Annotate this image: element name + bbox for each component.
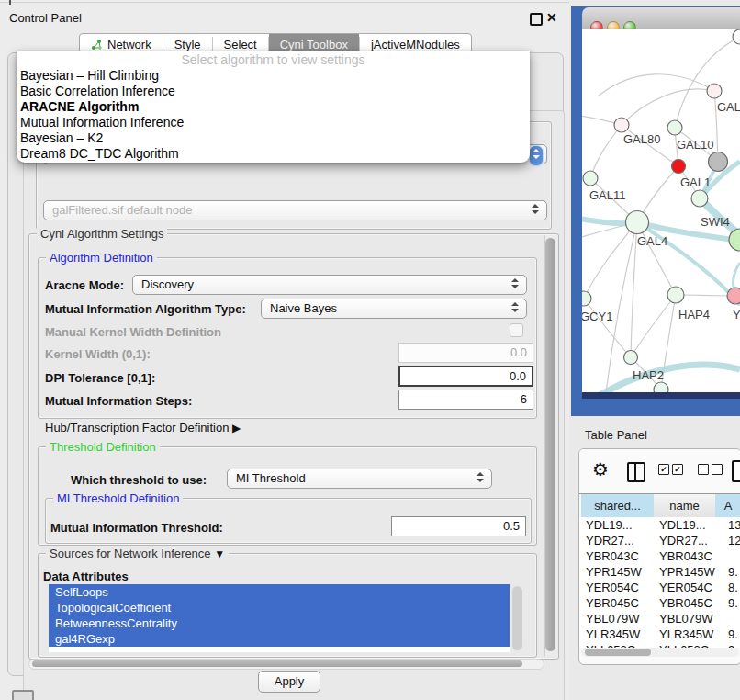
table-row[interactable]: YPR145WYPR145W9.	[579, 564, 740, 580]
table-cell: 13	[728, 517, 740, 533]
network-edge[interactable]	[631, 295, 676, 357]
network-edge[interactable]	[622, 89, 714, 125]
network-node[interactable]	[709, 152, 728, 172]
data-attributes-list[interactable]: SelfLoopsTopologicalCoefficientBetweenne…	[49, 584, 510, 652]
table-cell: YBR043C	[659, 548, 722, 564]
network-node-swi4[interactable]	[691, 190, 708, 207]
close-icon[interactable]: ✕	[546, 10, 557, 25]
network-node-gcy1[interactable]	[582, 291, 591, 306]
spinner-icon[interactable]	[532, 204, 541, 214]
unchecked-columns-icon[interactable]	[698, 464, 725, 475]
table-cell: YER054C	[659, 580, 722, 595]
expand-right-icon[interactable]: ▶	[232, 422, 241, 435]
mi-type-select[interactable]: Naive Bayes	[261, 299, 527, 319]
which-threshold-label: Which threshold to use:	[71, 473, 207, 487]
network-edge[interactable]	[599, 74, 714, 96]
table-cell: YBL079W	[659, 611, 722, 627]
table-row[interactable]: YLR345WYLR345W9.	[579, 627, 740, 642]
table-row[interactable]: YBL079WYBL079W	[579, 611, 740, 627]
attribute-item-selfloops[interactable]: SelfLoops	[49, 584, 510, 600]
float-window-icon[interactable]	[530, 13, 543, 26]
table-cell: YBR045C	[659, 595, 722, 611]
tab-label: Select	[224, 38, 257, 51]
settings-gear-icon[interactable]: ⚙	[592, 458, 609, 480]
network-node-y[interactable]	[727, 288, 740, 304]
kernel-width-field[interactable]: 0.0	[398, 343, 533, 363]
mi-steps-field[interactable]: 6	[398, 390, 533, 410]
network-node[interactable]	[654, 382, 668, 392]
algorithm-option-bayesian-hill-climbing[interactable]: Bayesian – Hill Climbing	[17, 68, 530, 84]
column-header-shared[interactable]: shared...	[581, 494, 655, 517]
checked-columns-icon[interactable]: ✓✓	[658, 464, 686, 475]
table-row[interactable]: YBR045CYBR045C9.	[579, 595, 740, 611]
network-node-gal1[interactable]	[672, 160, 686, 174]
network-canvas[interactable]: GALGAL80GAL10GAL1GAL11SWI4GAL4GCY1HAP4YH…	[582, 29, 740, 392]
table-header: shared...nameA	[579, 493, 740, 518]
settings-hscroll-track[interactable]	[28, 659, 544, 670]
network-node-hap2[interactable]	[624, 351, 638, 365]
network-node-gal10[interactable]	[667, 120, 682, 135]
settings-vscroll-thumb[interactable]	[545, 238, 555, 651]
network-edge[interactable]	[590, 125, 622, 178]
network-node[interactable]	[733, 29, 740, 44]
mi-steps-label: Mutual Information Steps:	[45, 394, 192, 408]
aracne-mode-select[interactable]: Discovery	[132, 275, 527, 295]
dpi-tolerance-field[interactable]: 0.0	[398, 366, 533, 387]
mi-type-value: Naive Bayes	[270, 301, 337, 315]
tab-label: Network	[107, 38, 151, 51]
network-window-titlebar[interactable]	[582, 7, 740, 30]
column-header-a[interactable]: A	[715, 494, 740, 517]
table-cell: YBR045C	[586, 595, 652, 611]
manual-kernel-checkbox[interactable]	[510, 323, 523, 337]
attribute-item-gal4rgexp[interactable]: gal4RGexp	[49, 631, 510, 647]
table-row[interactable]: YDR27...YDR27...12	[579, 533, 740, 548]
split-columns-icon[interactable]	[627, 462, 645, 482]
mi-threshold-field[interactable]: 0.5	[391, 516, 526, 536]
unchecked-columns-icon	[698, 464, 709, 475]
algorithm-option-bayesian-k2[interactable]: Bayesian – K2	[17, 130, 530, 146]
dpi-tolerance-label: DPI Tolerance [0,1]:	[45, 371, 155, 385]
network-edge[interactable]	[675, 37, 740, 128]
checked-columns-icon: ✓	[672, 464, 683, 475]
table-cell: YLR345W	[659, 627, 722, 642]
network-select[interactable]: galFiltered.sif default node	[43, 200, 547, 220]
node-label-gal: GAL	[717, 100, 740, 114]
table-cell: YER054C	[586, 580, 652, 595]
minimized-panel-icon[interactable]	[12, 690, 34, 700]
network-node-gal4[interactable]	[626, 211, 649, 234]
table-row[interactable]: YBR043CYBR043C	[579, 548, 740, 564]
attributes-list-scrollbar[interactable]	[512, 586, 522, 650]
hub-section-label: Hub/Transcription Factor Definition	[45, 421, 229, 435]
which-threshold-select[interactable]: MI Threshold	[227, 469, 492, 489]
algorithm-option-aracne-algorithm[interactable]: ARACNE Algorithm	[17, 99, 530, 115]
spinner-icon[interactable]	[477, 472, 486, 482]
attribute-item-betweennesscentrality[interactable]: BetweennessCentrality	[49, 615, 510, 631]
settings-hscroll-thumb[interactable]	[32, 660, 522, 667]
network-node-gal80[interactable]	[614, 118, 629, 132]
network-node-gal11[interactable]	[583, 171, 598, 186]
collapse-down-icon[interactable]: ▼	[214, 548, 225, 560]
sources-title-text: Sources for Network Inference	[50, 547, 211, 560]
column-header-name[interactable]: name	[654, 494, 716, 517]
spinner-icon[interactable]	[511, 302, 521, 312]
aracne-mode-label: Aracne Mode:	[45, 278, 124, 292]
network-node-gal[interactable]	[707, 84, 722, 98]
network-edge[interactable]	[584, 299, 631, 357]
table-row[interactable]: YER054CYER054C8.	[579, 580, 740, 595]
table-hscroll-track[interactable]	[581, 648, 739, 657]
algorithm-option-dream8-dc-tdc-algorithm[interactable]: Dream8 DC_TDC Algorithm	[17, 146, 530, 162]
algorithm-option-mutual-information-inference[interactable]: Mutual Information Inference	[17, 115, 530, 130]
apply-button[interactable]: Apply	[258, 671, 320, 693]
table-row[interactable]: YDL19...YDL19...13	[579, 517, 740, 533]
file-icon[interactable]	[732, 460, 740, 482]
spinner-icon[interactable]	[530, 146, 543, 165]
node-label-gal1: GAL1	[680, 175, 711, 189]
table-hscroll-thumb[interactable]	[585, 649, 651, 656]
spinner-icon[interactable]	[511, 278, 521, 288]
network-node-hap4[interactable]	[667, 287, 684, 303]
hub-section-toggle[interactable]: Hub/Transcription Factor Definition ▶	[45, 421, 241, 435]
network-edge[interactable]	[684, 295, 727, 296]
algorithm-option-basic-correlation-inference[interactable]: Basic Correlation Inference	[17, 84, 530, 99]
attribute-item-topologicalcoefficient[interactable]: TopologicalCoefficient	[49, 600, 510, 615]
network-edge[interactable]	[631, 222, 637, 357]
